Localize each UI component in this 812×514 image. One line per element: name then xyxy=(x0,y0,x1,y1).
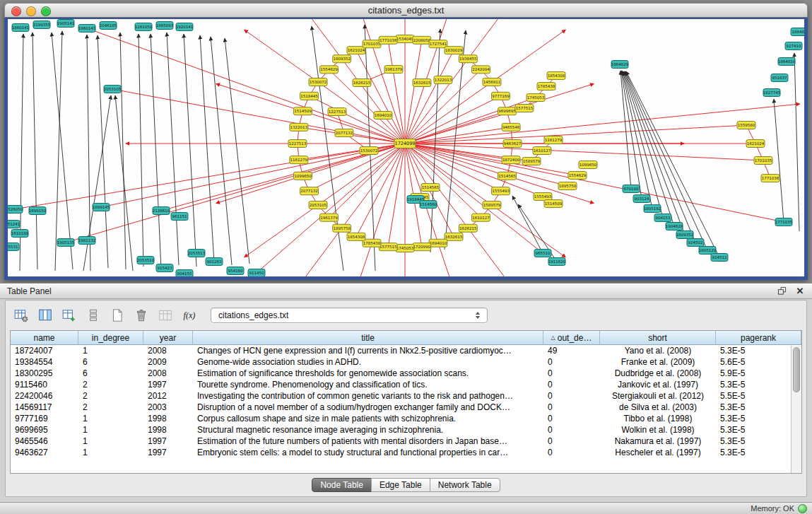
tab-node-table[interactable]: Node Table xyxy=(312,478,372,492)
graph-node[interactable]: 2053510 xyxy=(137,257,155,264)
graph-node[interactable]: 1701035 xyxy=(363,40,381,48)
graph-node[interactable]: 1227513 xyxy=(328,108,346,116)
graph-node[interactable]: 1261050 xyxy=(135,23,153,31)
graph-node[interactable]: 1805120 xyxy=(699,247,717,255)
minimize-button[interactable] xyxy=(26,6,36,16)
graph-node[interactable]: 1554629 xyxy=(320,66,339,74)
tab-edge-table[interactable]: Edge Table xyxy=(371,478,430,492)
graph-node[interactable]: 1864810 xyxy=(778,58,796,66)
graph-node[interactable]: 954160 xyxy=(227,267,244,275)
graph-node[interactable]: 924502 xyxy=(687,239,704,247)
graph-node[interactable]: 1514565 xyxy=(421,184,440,192)
graph-node[interactable]: 1534049 xyxy=(396,35,414,43)
graph-hub-node[interactable]: 1724099 xyxy=(394,139,416,148)
row-height-icon[interactable] xyxy=(83,305,103,325)
column-header-name[interactable]: name xyxy=(11,331,78,345)
graph-node[interactable]: 1899145 xyxy=(93,204,110,211)
graph-node[interactable]: 1771036 xyxy=(761,175,779,182)
graph-node[interactable]: 1899150 xyxy=(29,207,47,215)
graph-node[interactable]: 2242004 xyxy=(471,66,490,74)
graph-node[interactable]: 1161279 xyxy=(544,136,563,144)
graph-node[interactable]: 915423 xyxy=(156,264,173,272)
table-row[interactable]: 2242004622012Investigating the contribut… xyxy=(11,390,801,402)
graph-node[interactable]: 961151 xyxy=(171,213,188,221)
graph-node[interactable]: 9465546 xyxy=(502,123,520,131)
column-header-pagerank[interactable]: pagerank xyxy=(716,331,801,345)
graph-node[interactable]: 903124 xyxy=(633,195,650,203)
graph-node[interactable]: 1805182 xyxy=(644,205,661,213)
table-row[interactable]: 946554611997Estimation of the future num… xyxy=(11,436,801,447)
table-row[interactable]: 977716911998Corpus callosum shape and si… xyxy=(11,413,801,424)
graph-node[interactable]: 1554629 xyxy=(568,172,587,180)
graph-node[interactable]: 1872400 xyxy=(502,156,520,164)
graph-node[interactable]: 1456911 xyxy=(483,78,501,86)
graph-node[interactable]: 901263 xyxy=(206,258,223,266)
graph-node[interactable]: 2053105 xyxy=(309,201,327,209)
zoom-button[interactable] xyxy=(41,6,51,16)
graph-node[interactable]: 1577515 xyxy=(515,105,534,112)
graph-node[interactable]: 927410 xyxy=(785,42,802,50)
graph-node[interactable]: 1745053 xyxy=(396,245,414,252)
graph-node[interactable]: 1860143 xyxy=(78,25,96,33)
graph-node[interactable]: 1745053 xyxy=(526,94,545,102)
network-canvas[interactable]: 1534049220805817275411830029193845522420… xyxy=(8,19,804,276)
graph-node[interactable]: 2077132 xyxy=(300,187,319,195)
graph-node[interactable]: 2208058 xyxy=(413,36,431,44)
table-row[interactable]: 946362711997Embryonic stem cells: a mode… xyxy=(11,447,801,458)
graph-node[interactable]: 1938455 xyxy=(459,55,477,63)
graph-node[interactable]: 1865093 xyxy=(156,22,174,30)
graph-node[interactable]: 911450 xyxy=(248,269,265,277)
network-table-selector[interactable]: citations_edges.txt xyxy=(211,308,488,323)
graph-node[interactable]: 924512 xyxy=(711,254,728,262)
graph-node[interactable]: 1589579 xyxy=(483,201,501,209)
graph-node[interactable]: 904153 xyxy=(654,214,671,222)
graph-node[interactable]: 965510 xyxy=(534,250,551,257)
graph-node[interactable]: 905531 xyxy=(8,243,19,251)
graph-node[interactable]: 679188 xyxy=(623,185,640,193)
graph-node[interactable]: 1322013 xyxy=(290,123,308,131)
delete-table-icon[interactable] xyxy=(131,305,151,325)
graph-node[interactable]: 1099650 xyxy=(293,172,312,180)
graph-node[interactable]: 1626215 xyxy=(353,79,371,87)
column-header-year[interactable]: year xyxy=(143,331,193,345)
graph-node[interactable]: 1610188 xyxy=(11,230,29,238)
column-header-in_degree[interactable]: in_degree xyxy=(78,331,143,345)
graph-node[interactable]: 1589579 xyxy=(522,158,541,165)
show-columns-icon[interactable] xyxy=(35,305,55,325)
graph-node[interactable]: 1555493 xyxy=(534,193,552,201)
window-titlebar[interactable]: citations_edges.txt xyxy=(4,3,808,18)
float-panel-icon[interactable] xyxy=(777,286,787,296)
graph-node[interactable]: 1911620 xyxy=(548,258,566,266)
table-row[interactable]: 969969511998Structural magnetic resonanc… xyxy=(11,424,801,436)
graph-node[interactable]: 1621024 xyxy=(746,140,765,148)
graph-node[interactable]: 9463627 xyxy=(503,140,522,148)
graph-node[interactable]: 1514560 xyxy=(420,201,437,209)
graph-node[interactable]: 1864829 xyxy=(611,61,629,69)
graph-node[interactable]: 951637 xyxy=(771,74,788,82)
graph-node[interactable]: 1161279 xyxy=(290,156,308,164)
add-column-icon[interactable] xyxy=(59,305,79,325)
tab-network-table[interactable]: Network Table xyxy=(430,478,500,492)
graph-node[interactable]: 1771036 xyxy=(379,36,397,44)
graph-node[interactable]: 1518445 xyxy=(300,92,319,100)
graph-node[interactable]: 1854308 xyxy=(547,72,565,80)
graph-node[interactable]: 2526050 xyxy=(8,206,23,214)
close-button[interactable] xyxy=(11,6,21,16)
graph-node[interactable]: 1854308 xyxy=(347,233,365,240)
scrollbar-thumb[interactable] xyxy=(793,347,800,392)
graph-node[interactable]: 2077132 xyxy=(335,129,353,137)
graph-node[interactable]: 1626215 xyxy=(459,224,477,232)
graph-node[interactable]: 1555493 xyxy=(491,187,510,195)
graph-node[interactable]: 1577515 xyxy=(379,243,397,251)
graph-node[interactable]: 1694010 xyxy=(429,239,447,247)
graph-node[interactable]: 1227513 xyxy=(288,140,307,148)
graph-node[interactable]: 904155 xyxy=(176,270,193,277)
graph-node[interactable]: 1632615 xyxy=(413,79,431,87)
table-scrollbar[interactable] xyxy=(791,346,801,473)
graph-node[interactable]: 1514509 xyxy=(293,107,312,115)
graph-node[interactable]: 2053513 xyxy=(188,250,206,257)
graph-node[interactable]: 1785438 xyxy=(537,83,555,90)
graph-node[interactable]: 1771035 xyxy=(775,218,793,226)
graph-node[interactable]: 1961379 xyxy=(320,214,339,221)
graph-node[interactable]: 1895758 xyxy=(333,224,351,232)
